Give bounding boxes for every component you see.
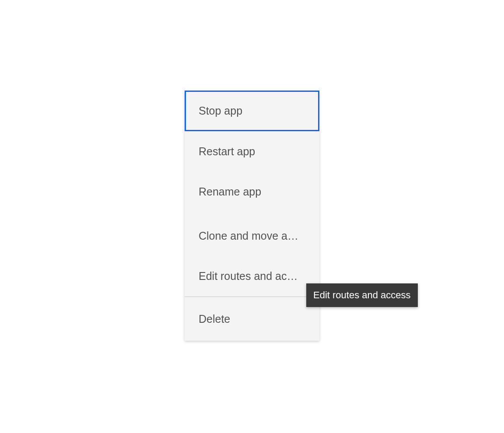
tooltip: Edit routes and access bbox=[306, 283, 418, 307]
menu-item-restart-app[interactable]: Restart app bbox=[185, 131, 319, 172]
menu-item-delete[interactable]: Delete bbox=[185, 297, 319, 341]
menu-item-clone-move-app[interactable]: Clone and move a… bbox=[185, 212, 319, 256]
menu-item-stop-app[interactable]: Stop app bbox=[185, 91, 319, 131]
menu-item-edit-routes[interactable]: Edit routes and ac… bbox=[185, 256, 319, 297]
context-menu[interactable]: Stop app Restart app Rename app Clone an… bbox=[185, 91, 319, 341]
menu-item-rename-app[interactable]: Rename app bbox=[185, 171, 319, 212]
